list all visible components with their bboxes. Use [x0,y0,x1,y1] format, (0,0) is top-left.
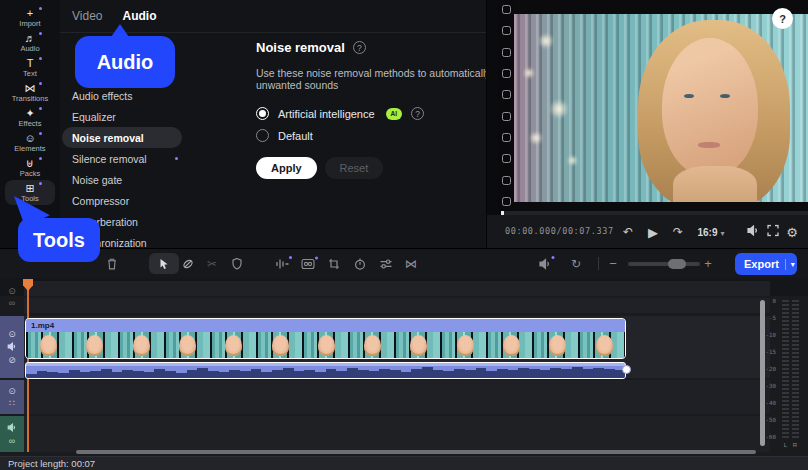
apply-button[interactable]: Apply [256,157,317,179]
meter-left-channel [782,300,789,438]
horizontal-scrollbar[interactable] [76,450,756,454]
new-badge-dot [39,132,42,135]
speaker-icon[interactable] [7,423,17,434]
titles-grid-icon[interactable]: ∷ [9,399,15,408]
sidebar-item-audio[interactable]: ♬Audio [5,30,55,55]
thumbnail-frame [40,335,57,356]
sidebar-item-packs[interactable]: ⊎Packs [5,155,55,180]
reset-button[interactable]: Reset [325,157,384,179]
timeline-clip[interactable]: 1.mp4 [25,318,626,380]
delete-icon[interactable] [106,257,118,270]
preview-help-button[interactable]: ? [772,8,793,29]
export-button[interactable]: Export ▾ [735,253,797,275]
new-badge-dot [39,157,42,160]
eye-icon[interactable]: ⊙ [8,330,16,339]
thumbnail-frame [225,335,242,356]
thumbnail-frame [503,335,520,356]
sidebar-item-text[interactable]: TText [5,55,55,80]
export-options-chevron-icon[interactable]: ▾ [791,260,795,269]
sidebar-item-label: Text [23,70,37,78]
aspect-ratio-dropdown[interactable]: 16:9▾ [697,226,724,237]
play-button[interactable]: ▶ [648,224,658,239]
tool-item-noise-removal[interactable]: Noise removal [62,127,182,148]
radio-label: Default [278,130,313,142]
step-back-icon[interactable]: ↶ [623,225,633,239]
filmstrip-decoration [498,0,514,211]
transitions-icon[interactable]: ⋈ [405,258,417,270]
tool-item-noise-gate[interactable]: Noise gate [62,169,182,190]
tool-item-equalizer[interactable]: Equalizer [62,106,182,127]
new-badge-dot [39,7,42,10]
timeline-zoom-slider[interactable] [628,262,700,266]
audio-track-lane[interactable] [24,416,770,452]
film-hole [502,176,511,185]
zoom-out-icon[interactable]: − [609,258,617,270]
link-tool-icon[interactable] [182,257,195,270]
meter-scale-label: -40 [766,400,776,406]
sidebar-item-transitions[interactable]: ⋈Transitions [5,80,55,105]
step-forward-icon[interactable]: ↷ [673,225,683,239]
clip-filename: 1.mp4 [26,319,625,332]
speed-icon[interactable] [354,257,366,270]
meter-scale-label: -30 [766,383,776,389]
sidebar-item-effects[interactable]: ✦Effects [5,105,55,130]
cut-scissors-icon[interactable]: ✂ [207,258,217,270]
tab-video[interactable]: Video [72,9,102,23]
sidebar-item-elements[interactable]: ☺Elements [5,130,55,155]
unlink-icon[interactable]: ⊘ [8,356,16,365]
tool-item-compressor[interactable]: Compressor [62,190,182,211]
timeline-lane[interactable] [24,298,770,313]
film-hole [502,26,511,35]
timeline-lane[interactable] [24,281,770,296]
film-hole [502,197,511,206]
thumbnail-frame [457,335,474,356]
zoom-slider-handle[interactable] [668,259,686,269]
meter-scale-label: -60 [766,434,776,440]
title-track-lane[interactable] [24,380,770,414]
eye-icon[interactable]: ⊙ [8,287,16,296]
text_t-icon: T [27,58,34,69]
link-icon[interactable]: ∞ [9,437,15,446]
tools-callout: Tools [18,218,100,262]
tab-audio[interactable]: Audio [122,9,156,23]
sidebar-item-tools[interactable]: ⊞Tools [5,180,55,205]
clip-audio-part[interactable] [25,362,626,379]
clip-thumbnails [26,332,625,358]
crop-icon[interactable] [328,258,340,270]
select-cursor-icon[interactable] [159,258,170,270]
link-icon[interactable]: ∞ [9,299,15,308]
meter-scale-label: -5 [769,315,776,321]
playback-controls: 00:00.000/00:07.337 ↶ ▶ ↷ 16:9▾ ⚙ [487,215,808,248]
sidebar-item-import[interactable]: +Import [5,5,55,30]
speaker-icon[interactable] [747,224,760,239]
sidebar-item-label: Elements [14,145,45,153]
plus-icon: + [27,8,33,19]
sparkle-icon: ✦ [25,108,34,119]
title-track-header: ⊙ ∷ [0,380,24,414]
marker-shield-icon[interactable] [232,257,243,270]
help-icon[interactable]: ? [411,107,424,120]
clip-audio-handle[interactable] [622,365,631,374]
adjustments-sliders-icon[interactable] [380,258,393,269]
new-badge-dot [175,157,178,160]
captions-icon[interactable] [301,258,315,269]
speaker-icon[interactable] [7,342,17,353]
video-editor-window: +Import♬AudioTText⋈Transitions✦Effects☺E… [0,0,808,470]
tool-item-audio-effects[interactable]: Audio effects [62,85,182,106]
settings-gear-icon[interactable]: ⚙ [786,224,798,239]
film-hole [502,48,511,57]
zoom-in-icon[interactable]: + [704,258,712,270]
clip-video-part[interactable]: 1.mp4 [25,318,626,359]
fullscreen-icon[interactable] [767,224,779,239]
thumbnail-frame [364,335,381,356]
audio-properties-icon[interactable] [275,258,289,270]
history-icon[interactable]: ↻ [571,258,581,270]
help-icon[interactable]: ? [353,41,366,54]
audio-waveform [26,366,625,378]
vertical-scrollbar[interactable] [760,300,765,446]
tool-item-silence-removal[interactable]: Silence removal [62,148,182,169]
tool-item-label: Equalizer [72,111,116,123]
eye-icon[interactable]: ⊙ [8,387,16,396]
film-hole [502,69,511,78]
volume-icon[interactable] [539,258,552,270]
